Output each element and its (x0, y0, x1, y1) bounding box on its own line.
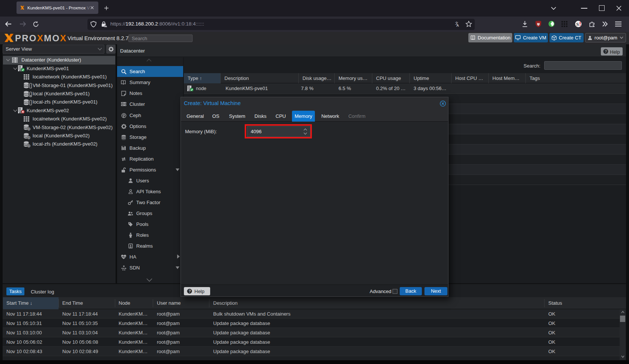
svg-text:A: A (456, 23, 459, 27)
svg-text:?: ? (605, 50, 607, 54)
svg-text:?: ? (28, 144, 30, 148)
svg-text:?: ? (188, 289, 191, 293)
svg-text:S: S (576, 21, 579, 27)
svg-text:?: ? (28, 136, 30, 140)
svg-text:?: ? (28, 128, 30, 131)
